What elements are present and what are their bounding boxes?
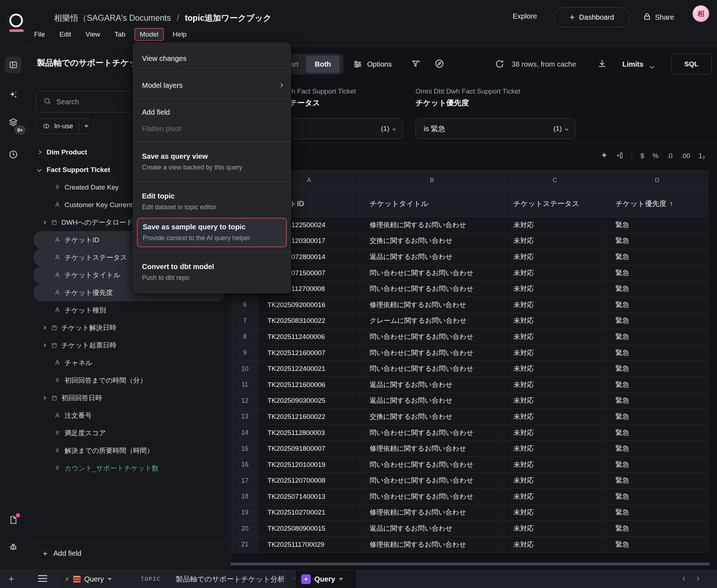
table-cell[interactable]: 返品に関するお問い合わせ	[360, 521, 504, 537]
download-icon[interactable]	[597, 59, 607, 68]
table-cell[interactable]: 返品に関するお問い合わせ	[360, 377, 504, 393]
table-cell[interactable]: 問い合わせに関するお問い合わせ	[360, 457, 504, 473]
options-button[interactable]: Options	[367, 60, 392, 68]
menu-file[interactable]: File	[29, 28, 51, 41]
table-cell[interactable]: 未対応	[504, 457, 606, 473]
in-use-filter-toggle[interactable]: In-use	[36, 118, 94, 134]
explore-button[interactable]: Explore	[513, 12, 537, 20]
table-cell[interactable]: 未対応	[504, 537, 606, 553]
compass-icon[interactable]	[435, 59, 444, 68]
table-row[interactable]: 21TK2025111700029修理依頼に関するお問い合わせ未対応緊急	[232, 537, 708, 553]
table-row[interactable]: 12TK2025090300025返品に関するお問い合わせ未対応緊急	[232, 393, 708, 409]
table-cell[interactable]: 修理依頼に関するお問い合わせ	[360, 505, 504, 521]
table-cell[interactable]: 緊急	[606, 377, 708, 393]
table-cell[interactable]: 問い合わせに関するお問い合わせ	[360, 489, 504, 505]
table-cell[interactable]: 未対応	[504, 425, 606, 441]
avatar[interactable]: 相	[693, 5, 709, 22]
table-cell[interactable]: TK2025112400006	[258, 329, 360, 345]
filter-pill-priority[interactable]: is 緊急 (1)	[416, 118, 575, 139]
row-number-cell[interactable]: 6	[232, 297, 258, 313]
table-cell[interactable]: TK2025102700021	[258, 505, 360, 521]
sort-numeric-icon[interactable]: 1₃	[698, 152, 705, 159]
table-row[interactable]: 15TK2025091800007修理依頼に関するお問い合わせ未対応緊急	[232, 441, 708, 457]
menu-item-add-field[interactable]: Add field	[133, 104, 291, 120]
table-row[interactable]: 14TK2025112800003問い合わせに関するお問い合わせ未対応緊急	[232, 425, 708, 441]
table-row[interactable]: 13TK2025121600022交換に関するお問い合わせ未対応緊急	[232, 409, 708, 425]
collapse-sidebar-button[interactable]	[5, 57, 22, 73]
prev-tab-arrow[interactable]: ‹	[682, 573, 685, 584]
table-cell[interactable]: 未対応	[504, 377, 606, 393]
tree-field-チケット種別[interactable]: Aチケット種別	[28, 301, 231, 319]
sliders-icon[interactable]	[353, 59, 362, 69]
row-number-cell[interactable]: 14	[232, 425, 258, 441]
ai-sparkles-icon[interactable]	[9, 90, 18, 100]
table-cell[interactable]: TK2025090300025	[258, 393, 360, 409]
tree-field-チャネル[interactable]: Aチャネル	[28, 354, 231, 372]
table-cell[interactable]: 緊急	[606, 457, 708, 473]
table-cell[interactable]: 修理依頼に関するお問い合わせ	[360, 297, 504, 313]
sql-button[interactable]: SQL	[671, 54, 712, 75]
decrease-decimal-icon[interactable]: .0	[667, 152, 673, 159]
row-number-cell[interactable]: 7	[232, 313, 258, 329]
table-cell[interactable]: 緊急	[606, 233, 708, 249]
table-cell[interactable]: 緊急	[606, 441, 708, 457]
table-cell[interactable]: 緊急	[606, 361, 708, 377]
table-cell[interactable]: 緊急	[606, 489, 708, 505]
row-number-cell[interactable]: 8	[232, 329, 258, 345]
tab-query-1[interactable]: ⚡ Query	[65, 570, 112, 588]
row-number-cell[interactable]: 17	[232, 473, 258, 489]
table-cell[interactable]: TK2025120700008	[258, 473, 360, 489]
table-cell[interactable]: TK2025122400021	[258, 361, 360, 377]
tab-list-icon[interactable]	[38, 575, 47, 584]
table-cell[interactable]: 問い合わせに関するお問い合わせ	[360, 265, 504, 281]
table-cell[interactable]: 未対応	[504, 297, 606, 313]
menu-item-save-as-query-view[interactable]: Save as query viewCreate a view backed b…	[133, 147, 291, 177]
table-cell[interactable]: 問い合わせに関するお問い合わせ	[360, 361, 504, 377]
table-row[interactable]: 11TK2025121600006返品に関するお問い合わせ未対応緊急	[232, 377, 708, 393]
table-row[interactable]: 8TK2025112400006問い合わせに関するお問い合わせ未対応緊急	[232, 329, 708, 345]
header-cell-チケット優先度[interactable]: チケット優先度↑	[606, 190, 708, 217]
tree-field-カウント-サポ-トチケット数[interactable]: #カウント_サポートチケット数	[28, 459, 231, 477]
tab-query-active[interactable]: ✦ Query	[295, 570, 357, 588]
table-cell[interactable]: クレームに関するお問い合わせ	[360, 313, 504, 329]
table-cell[interactable]: 未対応	[504, 265, 606, 281]
menu-help[interactable]: Help	[167, 28, 192, 41]
table-cell[interactable]: 緊急	[606, 521, 708, 537]
menu-edit[interactable]: Edit	[54, 28, 77, 41]
layers-icon[interactable]	[9, 118, 18, 127]
column-letter-C[interactable]: C	[504, 171, 606, 190]
row-number-cell[interactable]: 19	[232, 505, 258, 521]
table-cell[interactable]: TK2025071400013	[258, 489, 360, 505]
table-cell[interactable]: 緊急	[606, 329, 708, 345]
table-cell[interactable]: 交換に関するお問い合わせ	[360, 233, 504, 249]
table-cell[interactable]: 問い合わせに関するお問い合わせ	[360, 345, 504, 361]
table-row[interactable]: 17TK2025120700008問い合わせに関するお問い合わせ未対応緊急	[232, 473, 708, 489]
table-cell[interactable]: TK2025112800003	[258, 425, 360, 441]
table-row[interactable]: 1TK2025122500024修理依頼に関するお問い合わせ未対応緊急	[232, 217, 708, 233]
row-number-cell[interactable]: 21	[232, 537, 258, 553]
table-cell[interactable]: TK2025121600007	[258, 345, 360, 361]
tree-field-初回回答までの時間-分[interactable]: #初回回答までの時間（分）	[28, 372, 231, 389]
history-clock-icon[interactable]	[9, 150, 18, 159]
menu-tab[interactable]: Tab	[109, 28, 131, 41]
menu-item-view-changes[interactable]: View changes	[133, 50, 291, 67]
table-cell[interactable]: TK2025121600022	[258, 409, 360, 425]
increase-decimal-icon[interactable]: .00	[681, 152, 690, 159]
row-number-cell[interactable]: 20	[232, 521, 258, 537]
tree-field-満足度スコア[interactable]: #満足度スコア	[28, 424, 231, 442]
table-cell[interactable]: 緊急	[606, 345, 708, 361]
menu-item-edit-topic[interactable]: Edit topicEdit dataset in topic editor	[133, 187, 291, 216]
table-cell[interactable]: TK2025091800007	[258, 441, 360, 457]
table-cell[interactable]: 未対応	[504, 361, 606, 377]
column-letter-B[interactable]: B	[360, 171, 504, 190]
table-cell[interactable]: 未対応	[504, 393, 606, 409]
table-cell[interactable]: 返品に関するお問い合わせ	[360, 249, 504, 265]
dashboard-button[interactable]: + Dashboard	[554, 7, 630, 27]
tree-field-注文番号[interactable]: A注文番号	[28, 407, 231, 424]
percent-format-icon[interactable]: %	[652, 152, 659, 159]
omni-logo-icon[interactable]	[9, 14, 24, 32]
table-cell[interactable]: 返品に関するお問い合わせ	[360, 393, 504, 409]
table-cell[interactable]: 未対応	[504, 249, 606, 265]
table-cell[interactable]: 緊急	[606, 217, 708, 233]
table-cell[interactable]: 緊急	[606, 249, 708, 265]
